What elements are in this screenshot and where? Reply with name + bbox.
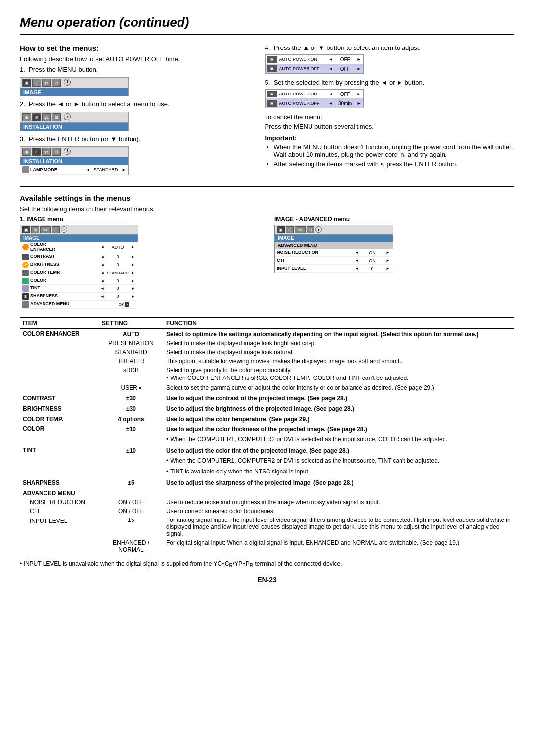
- setting-auto: AUTO: [99, 328, 163, 339]
- fn-theater: This option, suitable for viewing movies…: [163, 357, 514, 366]
- step4-label: 4. Press the ▲ or ▼ button to select an …: [265, 44, 514, 51]
- menu-bar-image: IMAGE: [20, 88, 128, 96]
- contrast-row: CONTRAST ◄ 0 ►: [20, 253, 138, 261]
- setting-color-temp: 4 options: [99, 413, 163, 424]
- setting-presentation: PRESENTATION: [99, 339, 163, 348]
- fn-tint-note2: TINT is available only when the NTSC sig…: [163, 466, 514, 477]
- tint-bullet-1: When the COMPUTER1, COMPUTER2 or DVI is …: [166, 457, 511, 464]
- fn-input-level-1: For analog signal input: The input level…: [163, 516, 514, 538]
- setting-user: USER ▪: [99, 383, 163, 392]
- fn-color-temp: Use to adjust the color temperature. (Se…: [163, 413, 514, 424]
- srgb-bullet: When COLOR ENHANCER is sRGB, COLOR TEMP.…: [166, 375, 511, 381]
- col-setting: SETTING: [99, 318, 163, 329]
- setting-brightness: ±30: [99, 403, 163, 413]
- function-table: ITEM SETTING FUNCTION COLOR ENHANCER AUT…: [20, 317, 514, 554]
- table-row: COLOR TEMP. 4 options Use to adjust the …: [20, 413, 514, 424]
- menu-bar-installation-2: INSTALLATION: [20, 157, 128, 165]
- table-row: INPUT LEVEL ±5 For analog signal input: …: [20, 516, 514, 538]
- fn-sharpness: Use to adjust the sharpness of the proje…: [163, 477, 514, 487]
- image-menu-title: 1. IMAGE menu: [20, 216, 260, 223]
- advanced-menu-col: IMAGE - ADVANCED menu ▣ ⊞ opt. ⊡ i IMAGE…: [274, 216, 514, 309]
- bullet-dot: •: [20, 560, 24, 567]
- setting-sharpness: ±5: [99, 477, 163, 487]
- fn-advanced: [163, 487, 514, 498]
- col-item: ITEM: [20, 318, 99, 329]
- table-row: SHARPNESS ±5 Use to adjust the sharpness…: [20, 477, 514, 487]
- important-title: Important:: [265, 134, 514, 142]
- color-bullet: When the COMPUTER1, COMPUTER2 or DVI is …: [166, 436, 511, 443]
- fn-contrast: Use to adjust the contrast of the projec…: [163, 392, 514, 403]
- how-to-set-title: How to set the menus:: [20, 44, 250, 52]
- sharpness-row: S SHARPNESS ◄ 0 ►: [20, 293, 138, 301]
- ok-badge: ▪: [125, 302, 129, 307]
- cancel-label: To cancel the menu:: [265, 113, 514, 121]
- setting-contrast: ±30: [99, 392, 163, 403]
- item-noise-reduction: NOISE REDUCTION: [20, 498, 99, 507]
- fn-brightness: Use to adjust the brightness of the proj…: [163, 403, 514, 413]
- item-contrast: CONTRAST: [20, 392, 99, 403]
- adv-image-bar: IMAGE: [275, 235, 393, 242]
- image-bar: IMAGE: [20, 235, 138, 242]
- item-color: COLOR: [20, 424, 99, 445]
- setting-tint: ±10: [99, 445, 163, 455]
- menu-mockup-installation-1: ▣ ⊞ opt. ⊡ i INSTALLATION: [20, 112, 129, 131]
- setting-cti: ON / OFF: [99, 507, 163, 516]
- item-tint: TINT: [20, 445, 99, 477]
- fn-auto: Select to optimize the settings automati…: [163, 328, 514, 339]
- step5-label: 5. Set the selected item by pressing the…: [265, 79, 514, 86]
- item-color-temp: COLOR TEMP.: [20, 413, 99, 424]
- footer-text: INPUT LEVEL is unavailable when the digi…: [24, 560, 342, 567]
- important-bullet-2: After selecting the items marked with ▪,…: [274, 160, 514, 168]
- item-advanced-menu: ADVANCED MENU: [20, 487, 99, 498]
- item-color-enhancer: COLOR ENHANCER: [20, 328, 99, 392]
- fn-user: Select to set the gamma curve or adjust …: [163, 383, 514, 392]
- noise-reduction-row: NOISE REDUCTION ◄ ON ►: [275, 249, 393, 257]
- input-level-row: INPUT LEVEL ◄ 0 ►: [275, 265, 393, 273]
- fn-tint: Use to adjust the color tint of the proj…: [163, 445, 514, 455]
- setting-advanced: [99, 487, 163, 498]
- menu-mockup-installation-2: ▣ ⊞ opt. ⊡ i INSTALLATION LAMP MODE ◄ ST…: [20, 146, 129, 175]
- setting-input-level-2: ENHANCED /NORMAL: [99, 538, 163, 554]
- fn-input-level-2: For digital signal input: When a digital…: [163, 538, 514, 554]
- setting-color-note: [99, 434, 163, 445]
- step2-label: 2. Press the ◄ or ► button to select a m…: [20, 100, 250, 108]
- menu-mockup-image-1: ▣ ⊞ opt. ⊡ i IMAGE: [20, 77, 129, 96]
- fn-noise: Use to reduce noise and roughness in the…: [163, 498, 514, 507]
- fn-color-note: When the COMPUTER1, COMPUTER2 or DVI is …: [163, 434, 514, 445]
- footer-note: • INPUT LEVEL is unavailable when the di…: [20, 560, 514, 568]
- brightness-row: ☀ BRIGHTNESS ◄ 0 ►: [20, 261, 138, 269]
- table-row: NOISE REDUCTION ON / OFF Use to reduce n…: [20, 498, 514, 507]
- page-number: EN-23: [20, 576, 514, 584]
- fn-color: Use to adjust the color thickness of the…: [163, 424, 514, 434]
- table-row: ADVANCED MENU: [20, 487, 514, 498]
- table-row: BRIGHTNESS ±30 Use to adjust the brightn…: [20, 403, 514, 413]
- item-cti: CTI: [20, 507, 99, 516]
- available-settings-subtitle: Set the following items on their relevan…: [20, 205, 514, 213]
- table-row: COLOR ±10 Use to adjust the color thickn…: [20, 424, 514, 434]
- advanced-menu-title: IMAGE - ADVANCED menu: [274, 216, 514, 223]
- table-row: CTI ON / OFF Use to correct smeared colo…: [20, 507, 514, 516]
- adv-menu-bar: ADVANCED MENU: [275, 242, 393, 249]
- step3-label: 3. Press the ENTER button (or ▼ button).: [20, 135, 250, 142]
- fn-tint-note1: When the COMPUTER1, COMPUTER2 or DVI is …: [163, 455, 514, 466]
- important-bullet-1: When the MENU button doesn't function, u…: [274, 143, 514, 158]
- lamp-mode-row: LAMP MODE ◄ STANDARD ►: [20, 165, 128, 175]
- item-input-level: INPUT LEVEL: [20, 516, 99, 554]
- fn-standard: Select to make the displayed image look …: [163, 348, 514, 357]
- how-to-intro: Following describe how to set AUTO POWER…: [20, 55, 250, 63]
- image-menu-col: 1. IMAGE menu ▣ ⊞ opt. ⊡ i IMAGE COLOREN…: [20, 216, 260, 309]
- step6-label: Press the MENU button several times.: [265, 123, 514, 130]
- setting-tint-note1: [99, 455, 163, 466]
- ap-table-step4: ▣ AUTO POWER ON ◄ OFF ► ▣ AUTO POWER OFF…: [265, 54, 364, 74]
- color-row: COLOR ◄ 0 ►: [20, 277, 138, 285]
- setting-srgb: sRGB: [99, 366, 163, 383]
- setting-input-level-1: ±5: [99, 516, 163, 538]
- cti-row: CTI ◄ ON ►: [275, 257, 393, 265]
- tint-bullet-2: TINT is available only when the NTSC sig…: [166, 468, 511, 475]
- fn-srgb: Select to give priority to the color rep…: [163, 366, 514, 383]
- section-divider: [20, 186, 514, 187]
- table-row: TINT ±10 Use to adjust the color tint of…: [20, 445, 514, 455]
- page-title: Menu operation (continued): [20, 15, 514, 35]
- table-row: COLOR ENHANCER AUTO Select to optimize t…: [20, 328, 514, 339]
- item-sharpness: SHARPNESS: [20, 477, 99, 487]
